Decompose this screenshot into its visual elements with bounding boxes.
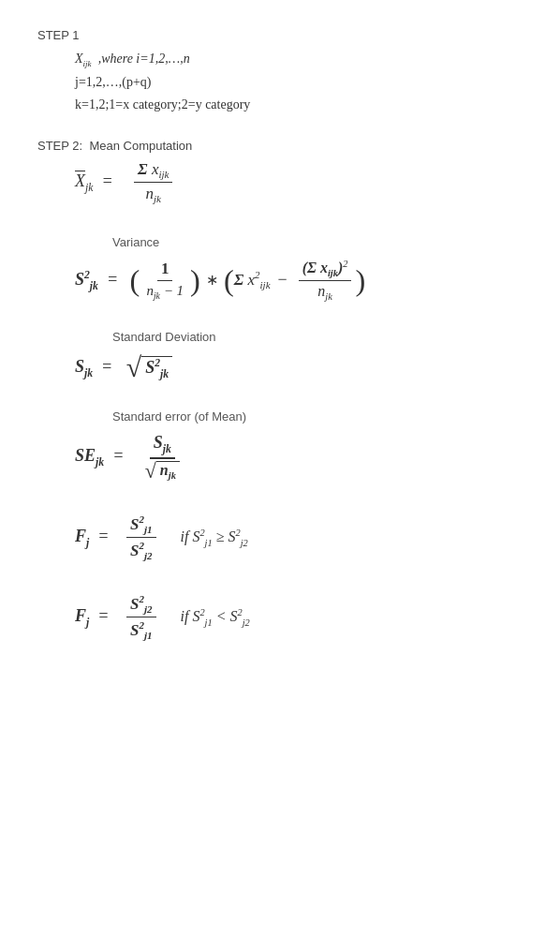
se-formula-block: SEjk = Sjk √ njk (75, 433, 523, 482)
f2-formula-block: Fj = S2j2 S2j1 if S2j1 < S2j2 (75, 593, 523, 641)
var-minus: − (278, 270, 287, 290)
f2-condition: if S2j1 < S2j2 (181, 607, 250, 628)
step1-label: STEP 1 (37, 28, 523, 42)
var-paren-close2: ) (355, 265, 365, 295)
step1-line2: j=1,2,…,(p+q) (75, 71, 523, 94)
sqrt-content: S2jk (141, 356, 172, 380)
f1-fraction: S2j1 S2j2 (126, 513, 156, 561)
mean-formula-row: Xjk = Σ xijk njk (75, 160, 523, 205)
se-lhs: SEjk = (75, 446, 128, 468)
mean-lhs: Xjk = (75, 171, 117, 194)
var-lhs: S2jk = (75, 269, 123, 292)
f1-lhs: Fj = (75, 527, 113, 549)
var-big-paren-open: ( (130, 265, 140, 295)
f2-fraction: S2j2 S2j1 (126, 593, 156, 641)
sd-label: Standard Deviation (112, 330, 523, 344)
variance-formula-block: S2jk = ( 1 njk − 1 ) ∗ ( Σ x2ijk − (Σ xi… (75, 259, 523, 303)
step2-label: STEP 2: Mean Computation (37, 139, 523, 153)
var-frac2: (Σ xijk)2 njk (299, 259, 352, 303)
f1-formula-row: Fj = S2j1 S2j2 if S2j1 ≥ S2j2 (75, 513, 523, 561)
mean-fraction: Σ xijk njk (134, 160, 172, 205)
var-big-paren-close: ) (190, 265, 200, 295)
sd-formula-row: Sjk = √ S2jk (75, 353, 523, 381)
f1-condition: if S2j1 ≥ S2j2 (181, 528, 248, 548)
sqrt-symbol: √ (126, 353, 141, 381)
variance-label: Variance (112, 235, 523, 249)
var-frac1: 1 njk − 1 (142, 260, 187, 301)
step1-line1: Xijk ,where i=1,2,…,n (75, 48, 523, 71)
sd-sqrt: √ S2jk (126, 353, 172, 381)
mean-formula-block: Xjk = Σ xijk njk (75, 160, 523, 205)
sd-formula-block: Sjk = √ S2jk (75, 353, 523, 381)
se-label: Standard error (of Mean) (112, 409, 523, 424)
se-fraction: Sjk √ njk (141, 433, 184, 482)
var-sum-sq: Σ x2ijk (234, 269, 271, 290)
step1-line3: k=1,2;1=x category;2=y category (75, 94, 523, 116)
se-sqrt-n: √ njk (145, 461, 180, 482)
var-paren-open2: ( (224, 265, 234, 295)
f2-formula-row: Fj = S2j2 S2j1 if S2j1 < S2j2 (75, 593, 523, 641)
variance-formula-row: S2jk = ( 1 njk − 1 ) ∗ ( Σ x2ijk − (Σ xi… (75, 259, 523, 303)
f1-formula-block: Fj = S2j1 S2j2 if S2j1 ≥ S2j2 (75, 513, 523, 561)
se-formula-row: SEjk = Sjk √ njk (75, 433, 523, 482)
sd-lhs: Sjk = (75, 357, 117, 379)
f2-lhs: Fj = (75, 606, 113, 629)
step1-content: Xijk ,where i=1,2,…,n j=1,2,…,(p+q) k=1,… (75, 48, 523, 116)
var-times1: ∗ (206, 271, 218, 289)
